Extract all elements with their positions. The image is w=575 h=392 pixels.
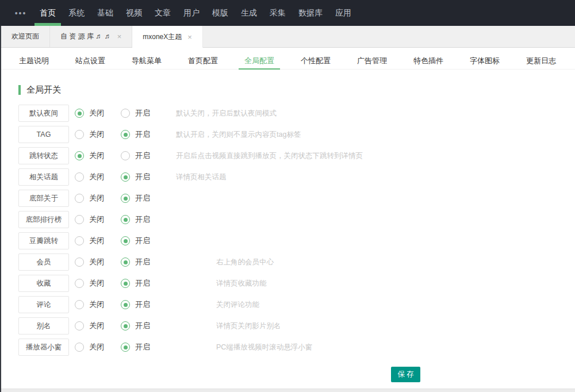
radio-off[interactable]: 关闭 xyxy=(75,321,113,331)
switch-description: 详情页关闭影片别名 xyxy=(216,321,281,331)
radio-circle-icon xyxy=(75,215,84,224)
radio-on[interactable]: 开启 xyxy=(121,278,159,289)
radio-on[interactable]: 开启 xyxy=(121,342,159,352)
topbar: ••• 首页 系统 基础 视频 文章 xyxy=(0,0,575,26)
tab[interactable]: 自 资 源 库 ♬ ♬ × xyxy=(50,26,132,47)
radio-on-label: 开启 xyxy=(135,257,150,267)
radio-off[interactable]: 关闭 xyxy=(75,342,113,352)
switch-row: 别名 关闭 开启 xyxy=(18,317,575,335)
radio-off[interactable]: 关闭 xyxy=(75,193,113,203)
radio-circle-icon xyxy=(121,258,130,267)
radio-off[interactable]: 关闭 xyxy=(75,108,113,118)
radio-off[interactable]: 关闭 xyxy=(75,257,113,267)
radio-circle-icon xyxy=(75,109,84,118)
radio-on[interactable]: 开启 xyxy=(121,172,159,182)
switch-name: TAG xyxy=(37,130,51,139)
settings-panel: 全局开关 默认夜间 关闭 xyxy=(1,70,575,389)
topnav-item-label: 数据库 xyxy=(298,8,323,18)
radio-on[interactable]: 开启 xyxy=(121,321,159,331)
tab-label: mxoneX主题 xyxy=(143,32,182,42)
subnav-item[interactable]: 首页配置 xyxy=(182,52,224,69)
subnav-item-label: 首页配置 xyxy=(188,56,218,66)
topnav-item[interactable]: 文章 xyxy=(148,0,177,26)
tabbar: 欢迎页面 自 资 源 库 ♬ ♬ × mxoneX主题 × xyxy=(1,26,575,48)
horizontal-scrollbar[interactable] xyxy=(1,389,575,392)
subnav-item-label: 主题说明 xyxy=(19,56,49,66)
radio-off[interactable]: 关闭 xyxy=(75,172,113,182)
subnav-item[interactable]: 字体图标 xyxy=(464,52,505,69)
radio-circle-icon xyxy=(75,172,84,182)
close-icon[interactable]: × xyxy=(117,33,122,40)
tab[interactable]: 欢迎页面 xyxy=(1,26,50,47)
subnav-item-label: 字体图标 xyxy=(470,56,500,66)
switch-name-box: 播放器小窗 xyxy=(18,339,69,356)
topnav-item[interactable]: 采集 xyxy=(263,0,292,26)
subnav-item[interactable]: 主题说明 xyxy=(13,52,55,69)
radio-on-label: 开启 xyxy=(135,151,150,161)
tab[interactable]: mxoneX主题 × xyxy=(132,26,203,48)
topnav-item[interactable]: 系统 xyxy=(62,0,91,26)
topnav-item[interactable]: 数据库 xyxy=(292,0,329,26)
save-button[interactable]: 保存 xyxy=(391,367,420,382)
topnav-item-label: 应用 xyxy=(335,8,351,18)
switch-description: 详情页收藏功能 xyxy=(216,279,267,289)
radio-on[interactable]: 开启 xyxy=(121,236,159,246)
subnav-item-label: 特色插件 xyxy=(413,56,443,66)
topnav-item[interactable]: 应用 xyxy=(329,0,358,26)
switch-description: 详情页相关话题 xyxy=(176,172,227,182)
subnav-item[interactable]: 更新日志 xyxy=(520,52,562,69)
radio-off[interactable]: 关闭 xyxy=(75,151,113,161)
radio-on[interactable]: 开启 xyxy=(121,151,159,161)
subnav-item[interactable]: 特色插件 xyxy=(408,52,449,69)
switch-row: 默认夜间 关闭 开启 xyxy=(18,105,575,122)
radio-off[interactable]: 关闭 xyxy=(75,278,113,289)
radio-circle-icon xyxy=(121,172,130,182)
switch-description: 默认开启，关闭则不显示内容页tag标签 xyxy=(176,130,301,140)
subnav-item[interactable]: 导航菜单 xyxy=(126,52,167,69)
subnav-item[interactable]: 个性配置 xyxy=(295,52,336,69)
radio-on-label: 开启 xyxy=(135,236,150,246)
switch-name: 播放器小窗 xyxy=(26,343,62,352)
switch-name-box: 会员 xyxy=(18,253,69,271)
radio-on[interactable]: 开启 xyxy=(121,193,159,203)
topnav-item[interactable]: 基础 xyxy=(91,0,120,26)
switch-row: 底部排行榜 关闭 开启 xyxy=(18,211,575,228)
topnav-item[interactable]: 视频 xyxy=(120,0,148,26)
radio-off[interactable]: 关闭 xyxy=(75,236,113,246)
switch-name-box: 豆瓣跳转 xyxy=(18,232,69,249)
menu-more-icon[interactable]: ••• xyxy=(8,0,33,26)
radio-circle-icon xyxy=(75,321,84,330)
switch-description: 默认关闭，开启后默认夜间模式 xyxy=(176,109,277,118)
radio-on[interactable]: 开启 xyxy=(121,214,159,225)
radio-circle-icon xyxy=(121,215,130,224)
switch-description: PC端播放视频时滚动悬浮小窗 xyxy=(216,343,312,352)
radio-on[interactable]: 开启 xyxy=(121,129,159,140)
radio-off[interactable]: 关闭 xyxy=(75,214,113,225)
topnav-item-label: 基础 xyxy=(97,8,113,18)
radio-off[interactable]: 关闭 xyxy=(75,129,113,140)
radio-circle-icon xyxy=(75,130,84,139)
topnav-item[interactable]: 用户 xyxy=(177,0,206,26)
radio-on-label: 开启 xyxy=(135,214,150,225)
topnav-item-label: 采集 xyxy=(270,8,286,18)
radio-on[interactable]: 开启 xyxy=(121,108,159,118)
switch-name: 默认夜间 xyxy=(29,109,58,118)
subnav-item[interactable]: 站点设置 xyxy=(70,52,111,69)
radio-circle-icon xyxy=(121,109,130,118)
topnav-item[interactable]: 模版 xyxy=(206,0,235,26)
radio-off-label: 关闭 xyxy=(89,214,104,225)
topnav-item-label: 首页 xyxy=(40,8,56,18)
topnav-item[interactable]: 生成 xyxy=(235,0,263,26)
topnav-item[interactable]: 首页 xyxy=(33,0,62,26)
close-icon[interactable]: × xyxy=(187,33,192,41)
switch-name: 别名 xyxy=(37,321,51,331)
radio-off[interactable]: 关闭 xyxy=(75,299,113,310)
switch-name-box: 底部关于 xyxy=(18,190,69,207)
radio-on[interactable]: 开启 xyxy=(121,257,159,267)
radio-off-label: 关闭 xyxy=(89,108,104,118)
subnav-item[interactable]: 全局配置 xyxy=(239,52,280,69)
radio-on[interactable]: 开启 xyxy=(121,299,159,310)
subnav-item-label: 全局配置 xyxy=(244,56,274,66)
subnav-item[interactable]: 广告管理 xyxy=(351,52,393,69)
topnav-item-label: 文章 xyxy=(155,8,171,18)
